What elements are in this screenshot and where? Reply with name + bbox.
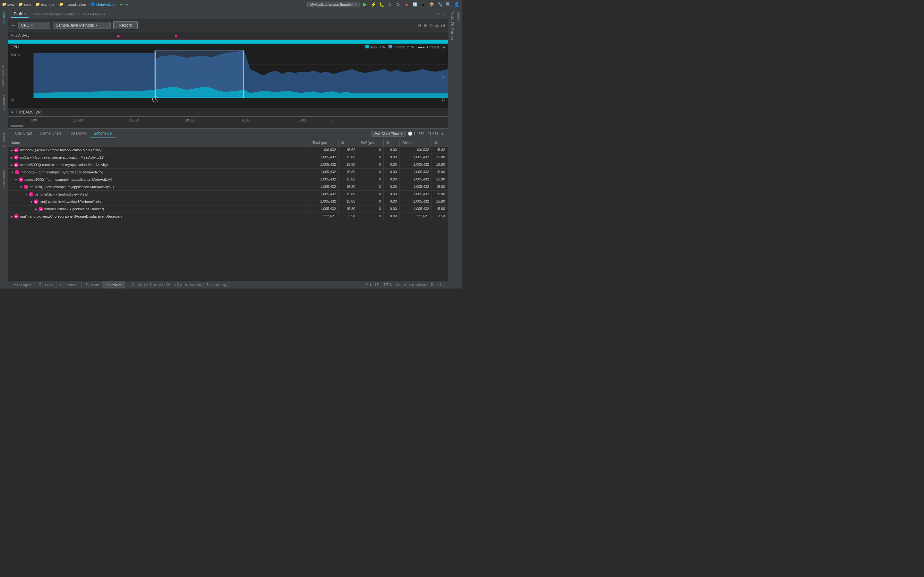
x-tick-5: 30.000 [298, 119, 308, 122]
status-tabs: ≡ 6: Logcat ☰ TODO >_ Terminal 🔨 Build ⏱ [11, 281, 125, 288]
build-tab[interactable]: 🔨 Build [82, 281, 102, 288]
expand-icon[interactable]: ▶ [11, 215, 13, 218]
table-row: ▶ m run() (android.view.Choreographer$Fr… [8, 213, 448, 220]
method-dropdown[interactable]: Sample Java Methods ▼ [53, 22, 111, 29]
breadcrumb-com[interactable]: 📁 com [19, 2, 31, 6]
settings-icon[interactable]: ⚙ [436, 12, 440, 16]
expand-icon[interactable]: ▼ [25, 193, 28, 196]
expand-icon[interactable]: ▼ [19, 185, 23, 189]
debug-button[interactable]: ⚡ [370, 1, 376, 8]
project-tab[interactable]: 1: Project [1, 10, 6, 25]
search-everywhere[interactable]: 🔍 [445, 1, 452, 8]
logcat-tab[interactable]: ≡ 6: Logcat [11, 281, 35, 288]
breadcrumb-example[interactable]: 📁 example [36, 2, 55, 6]
terminal-tab[interactable]: >_ Terminal [57, 281, 82, 288]
main-layout: 1: Project Z: Structure 2: Favorites Bui… [0, 9, 462, 288]
reload-button[interactable]: ↻ [395, 1, 402, 8]
row-8-self: 0 [358, 205, 384, 213]
profiler-tab[interactable]: Profiler [11, 10, 29, 18]
expand-icon[interactable]: ▶ [11, 156, 13, 159]
profiler-header-right: ⚙ ─ [436, 12, 445, 16]
event-log-label[interactable]: Event Log [431, 283, 445, 287]
table-row: ▶ m method2() (com.example.myapplication… [8, 147, 448, 154]
zoom-fit-icon[interactable]: ⊙ [429, 23, 433, 28]
threads-section[interactable]: ▼ THREADS (26) [8, 108, 448, 117]
tab-flame-chart[interactable]: Flame Chart [36, 129, 65, 138]
gradle-label[interactable]: Gradle [456, 9, 461, 24]
threads-collapse-icon[interactable]: ▼ [11, 111, 14, 114]
svg-rect-2 [155, 51, 156, 98]
profile-button[interactable]: ⏱ [386, 1, 393, 8]
col-total-pct[interactable]: % [339, 139, 358, 146]
minimize-icon[interactable]: ─ [442, 12, 445, 16]
zoom-in-icon[interactable]: ⊕ [423, 23, 427, 28]
activity-bar: 1: Project Z: Structure 2: Favorites Bui… [0, 9, 8, 288]
breadcrumb-mainactivity[interactable]: 🔵 MainActivity [91, 2, 115, 6]
col-total[interactable]: Total (μs) [310, 139, 339, 146]
project-structure[interactable]: 🔧 [436, 1, 443, 8]
col-self[interactable]: Self (μs) [358, 139, 384, 146]
forward-nav-icon[interactable]: ↪ [125, 2, 129, 7]
expand-icon[interactable]: ▶ [11, 163, 13, 167]
zoom-reset-icon[interactable]: ◎ [435, 23, 439, 28]
structure-tab[interactable]: Z: Structure [1, 93, 6, 111]
col-name[interactable]: Name [8, 139, 310, 146]
filter-icon[interactable]: ▼ [440, 131, 445, 136]
table-header: Name Total (μs) % Self (μs) % Children..… [8, 139, 448, 147]
stop-button[interactable]: ■ [403, 1, 410, 8]
device-file-explorer-label[interactable]: Device File Explorer [448, 9, 455, 43]
col-self-pct[interactable]: % [384, 139, 400, 146]
row-1-self-pct: 0.00 [384, 154, 400, 161]
row-2-children-pct: 15.80 [432, 161, 448, 168]
expand-icon[interactable]: ▼ [11, 171, 14, 174]
gradle-sync[interactable]: 🔄 [411, 1, 418, 8]
time-dropdown[interactable]: Wall Clock Time ▼ [371, 131, 406, 137]
record-button[interactable]: Record [113, 21, 137, 29]
col-children[interactable]: Children... [400, 139, 432, 146]
build-variants-tab[interactable]: Build Variants [1, 169, 6, 189]
avd-manager[interactable]: 📱 [420, 1, 427, 8]
status-right: 42:1 LF UTF-8 Context: <no context> Even… [365, 283, 445, 287]
favorites-tab[interactable]: 2: Favorites [1, 131, 6, 149]
row-0-self-pct: 0.00 [384, 147, 400, 153]
cpu-chart-svg [8, 44, 448, 107]
content-area: Profiler com.example.myapplication (OPPO… [8, 9, 448, 288]
back-button[interactable]: ← [11, 23, 16, 28]
scrollbar-area: ⠿⠿⠿ [8, 124, 448, 128]
back-nav-icon[interactable]: ↩ [120, 2, 124, 7]
row-4-total: 1,005,432 [310, 176, 339, 183]
tab-call-chart[interactable]: Call Chart [11, 129, 36, 138]
status-bar: ≡ 6: Logcat ☰ TODO >_ Terminal 🔨 Build ⏱ [8, 281, 448, 288]
breadcrumb-myapplication[interactable]: 📁 myapplication [59, 2, 86, 6]
tab-top-down[interactable]: Top Down [65, 129, 89, 138]
cpu-dropdown[interactable]: CPU ▼ [18, 22, 50, 29]
user-account[interactable]: 👤 [453, 1, 460, 8]
attach-button[interactable]: 🐛 [378, 1, 385, 8]
expand-icon[interactable]: ▶ [11, 148, 13, 152]
mainactivity-row: MainActivity [8, 31, 448, 40]
row-2-children: 1,005,432 [400, 161, 432, 168]
expand-icon[interactable]: ▼ [30, 200, 33, 203]
expand-icon[interactable]: ▼ [15, 178, 18, 181]
todo-tab[interactable]: ☰ TODO [35, 281, 57, 288]
expand-icon[interactable]: ▶ [35, 207, 37, 211]
sdk-manager[interactable]: 📦 [428, 1, 435, 8]
zoom-out-icon[interactable]: ⊖ [418, 23, 422, 28]
clock-icon: 🕐 [408, 131, 413, 136]
method-icon: m [15, 170, 19, 174]
goto-end-icon[interactable]: ⏭ [441, 23, 445, 28]
scrollbar-thumb[interactable] [11, 125, 23, 127]
breadcrumb-java[interactable]: 📁 java [2, 2, 14, 6]
col-children-pct[interactable]: % [432, 139, 448, 146]
app-config-dropdown[interactable]: MyApplication:app [bundle] ▼ [307, 2, 360, 7]
row-8-total: 1,005,432 [310, 205, 339, 213]
row-3-total: 1,005,432 [310, 169, 339, 176]
profiler-status-tab[interactable]: ⏱ Profiler [102, 281, 125, 288]
tab-bottom-up[interactable]: Bottom Up [90, 129, 116, 138]
table-row: ▼ m performClick() (android.view.View) 1… [8, 191, 448, 198]
resize-handle[interactable]: ⠿⠿⠿ [224, 79, 232, 81]
table-row: ▶ m handleCallback() (android.os.Handler… [8, 205, 448, 213]
run-button[interactable]: ▶ [361, 1, 368, 8]
captures-tab[interactable]: Layout Captures [0, 64, 5, 88]
row-4-self-pct: 0.00 [384, 176, 400, 183]
